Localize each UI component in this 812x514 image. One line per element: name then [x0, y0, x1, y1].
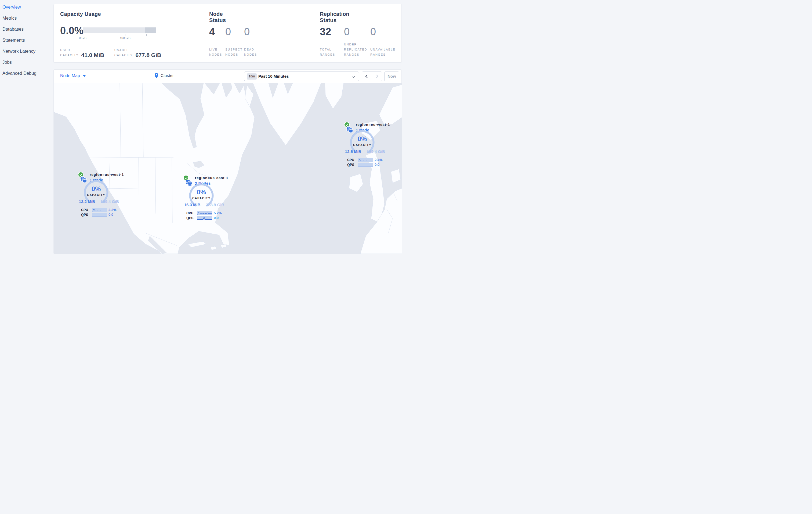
- world-map: [54, 83, 402, 254]
- capacity-used-percent: 0.0%: [60, 25, 84, 36]
- capacity-tick: [83, 34, 83, 36]
- region-marker-us-west-1[interactable]: region=us-west-1 1 Node 0% CAPACITY 12.2…: [79, 172, 129, 218]
- qps-sparkline: [92, 213, 107, 217]
- cpu-sparkline: [358, 158, 373, 162]
- capacity-tick-label-400: 400 GiB: [116, 36, 135, 39]
- gauge-used-value: 12.2 MiB: [76, 199, 98, 204]
- caret-down-icon: [83, 75, 86, 77]
- usable-capacity-label: USABLECAPACITY: [114, 48, 133, 58]
- time-range-badge: 10m: [247, 73, 257, 80]
- cpu-label: CPU: [347, 158, 356, 162]
- gauge-percent: 0%: [349, 135, 375, 143]
- under-replicated-count: 0: [344, 26, 367, 38]
- dead-nodes-count: 0: [244, 26, 259, 38]
- capacity-tick: [104, 34, 104, 36]
- capacity-tick: [125, 34, 125, 36]
- node-map-card: Node Map Cluster 10m Past 10 Minutes Now: [53, 70, 402, 254]
- sidebar-item-advanced-debug[interactable]: Advanced Debug: [0, 68, 53, 79]
- qps-label: QPS: [347, 163, 356, 167]
- now-button[interactable]: Now: [384, 72, 399, 81]
- time-range-dropdown[interactable]: 10m Past 10 Minutes: [244, 72, 359, 81]
- sidebar-item-statements[interactable]: Statements: [0, 35, 53, 46]
- gauge-usable-value: 169.4 GiB: [363, 149, 389, 154]
- capacity-tick-label-0: 0 GiB: [73, 36, 92, 39]
- sidebar-item-metrics[interactable]: Metrics: [0, 12, 53, 24]
- capacity-gauge: 0% CAPACITY 16.3 MiB 338.9 GiB: [188, 183, 214, 209]
- sidebar-item-jobs[interactable]: Jobs: [0, 57, 53, 68]
- gauge-used-value: 12.5 MiB: [342, 149, 365, 154]
- toolbar-divider: [239, 72, 239, 81]
- under-replicated-ranges-stat: 0 UNDER-REPLICATEDRANGES: [344, 26, 367, 57]
- suspect-nodes-count: 0: [225, 26, 241, 38]
- cpu-sparkline: [197, 211, 212, 215]
- page-bottom-strip: [0, 254, 406, 257]
- capacity-tick: [146, 34, 147, 36]
- suspect-nodes-stat: 0 SUSPECTNODES: [225, 26, 241, 57]
- capacity-stats: USEDCAPACITY 41.0 MiB USABLECAPACITY 677…: [60, 48, 161, 58]
- live-nodes-count: 4: [209, 26, 222, 38]
- marker-stats: CPU 3.2% QPS 0.0: [81, 208, 128, 217]
- region-label: region=us-west-1: [90, 172, 124, 177]
- gauge-usable-value: 169.4 GiB: [97, 199, 123, 204]
- node-map: region=us-west-1 1 Node 0% CAPACITY 12.2…: [54, 83, 402, 254]
- qps-label: QPS: [186, 216, 196, 220]
- qps-label: QPS: [81, 213, 90, 217]
- region-label: region=us-east-1: [195, 176, 228, 180]
- cpu-label: CPU: [81, 208, 90, 212]
- sidebar-item-overview[interactable]: Overview: [0, 2, 53, 12]
- breadcrumb-cluster-label: Cluster: [161, 73, 174, 78]
- unavailable-ranges-count: 0: [370, 26, 395, 38]
- time-range-back-button[interactable]: [362, 72, 372, 81]
- capacity-bar-track: [83, 27, 156, 33]
- map-toolbar: Node Map Cluster 10m Past 10 Minutes Now: [54, 70, 401, 83]
- time-range-label: Past 10 Minutes: [258, 72, 289, 81]
- map-pin-icon: [154, 73, 158, 78]
- breadcrumb[interactable]: Cluster: [154, 73, 174, 78]
- cpu-label: CPU: [186, 211, 196, 215]
- qps-value: 0.0: [214, 216, 226, 220]
- region-marker-us-east-1[interactable]: region=us-east-1 2 Nodes 0% CAPACITY 16.…: [184, 175, 235, 221]
- usable-capacity-value: 677.8 GiB: [135, 52, 161, 58]
- gauge-used-value: 16.3 MiB: [181, 202, 204, 207]
- overview-page: Overview Metrics Databases Statements Ne…: [0, 0, 406, 257]
- sidebar-item-network-latency[interactable]: Network Latency: [0, 46, 53, 57]
- capacity-bar: 0 GiB 400 GiB: [83, 27, 156, 33]
- view-mode-dropdown[interactable]: Node Map: [60, 73, 86, 78]
- time-range-arrows: [362, 72, 382, 81]
- capacity-gauge: 0% CAPACITY 12.5 MiB 169.4 GiB: [349, 129, 375, 156]
- time-range-forward-button[interactable]: [372, 72, 382, 81]
- gauge-capacity-label: CAPACITY: [349, 143, 375, 146]
- used-capacity-value: 41.0 MiB: [81, 52, 104, 58]
- gauge-usable-value: 338.9 GiB: [202, 202, 228, 207]
- view-mode-label: Node Map: [60, 73, 80, 78]
- total-ranges-count: 32: [320, 26, 341, 38]
- sidebar: Overview Metrics Databases Statements Ne…: [0, 0, 53, 257]
- gauge-capacity-label: CAPACITY: [188, 196, 214, 200]
- cpu-value: 2.4%: [375, 158, 387, 162]
- unavailable-ranges-stat: 0 UNAVAILABLERANGES: [370, 26, 395, 57]
- capacity-bar-reserved-segment: [145, 27, 156, 33]
- cluster-summary-card: Capacity Usage 0.0% 0 GiB 400 GiB USEDCA…: [53, 4, 402, 63]
- marker-stats: CPU 5.2% QPS 0.0: [186, 211, 234, 221]
- qps-value: 0.0: [109, 213, 121, 217]
- cpu-value: 3.2%: [109, 208, 121, 212]
- cpu-value: 5.2%: [214, 211, 226, 215]
- total-ranges-stat: 32 TOTALRANGES: [320, 26, 341, 57]
- capacity-usage-title: Capacity Usage: [60, 11, 101, 17]
- gauge-percent: 0%: [83, 185, 109, 193]
- qps-value: 0.0: [375, 163, 387, 167]
- used-capacity-label: USEDCAPACITY: [60, 48, 79, 58]
- chevron-left-icon: [366, 75, 369, 78]
- marker-stats: CPU 2.4% QPS 0.0: [347, 158, 395, 167]
- sidebar-item-databases[interactable]: Databases: [0, 24, 53, 35]
- gauge-capacity-label: CAPACITY: [83, 193, 109, 196]
- live-nodes-stat: 4 LIVENODES: [209, 26, 222, 57]
- cpu-sparkline: [92, 208, 107, 212]
- qps-sparkline: [197, 216, 212, 220]
- region-marker-eu-west-1[interactable]: region=eu-west-1 1 Node 0% CAPACITY 12.5…: [345, 122, 396, 168]
- chevron-down-icon: [352, 75, 355, 78]
- replication-status-title: Replication Status: [320, 11, 349, 23]
- node-status-title: Node Status: [209, 11, 226, 23]
- capacity-usage-section: Capacity Usage 0.0% 0 GiB 400 GiB USEDCA…: [60, 4, 206, 63]
- qps-sparkline: [358, 163, 373, 167]
